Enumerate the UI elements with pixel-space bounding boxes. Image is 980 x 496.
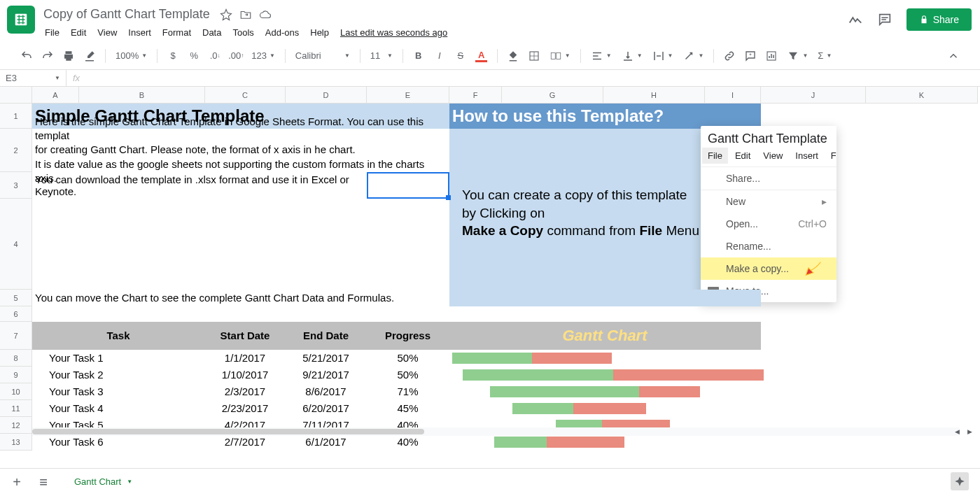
text-wrap-button[interactable]: ▼ [648,46,678,66]
borders-button[interactable] [524,46,544,66]
task-end-1[interactable]: 9/21/2017 [286,367,367,383]
menu-help[interactable]: Help [306,24,333,41]
bold-button[interactable]: B [409,46,428,66]
row-header-6[interactable]: 6 [0,306,32,322]
blue-row5[interactable] [449,290,761,306]
selected-cell-e3[interactable] [367,172,449,199]
task-start-5[interactable]: 2/7/2017 [205,434,286,451]
col-header-A[interactable]: A [32,87,79,104]
task-name-1[interactable]: Your Task 2 [32,367,205,383]
task-progress-3[interactable]: 45% [367,400,449,417]
move-folder-icon[interactable] [239,8,252,21]
activity-icon[interactable] [848,12,863,27]
decrease-decimal-button[interactable]: .0↓ [205,46,225,66]
task-name-3[interactable]: Your Task 4 [32,400,205,417]
task-name-5[interactable]: Your Task 6 [32,434,205,451]
row-header-4[interactable]: 4 [0,199,32,290]
menu-format[interactable]: Format [158,24,195,41]
zoom-dropdown[interactable]: 100%▼ [111,46,151,66]
col-header-C[interactable]: C [205,87,286,104]
text-color-button[interactable]: A [472,46,491,66]
row-header-13[interactable]: 13 [0,434,32,451]
vertical-align-button[interactable]: ▼ [617,46,647,66]
menu-data[interactable]: Data [198,24,225,41]
increase-decimal-button[interactable]: .00↑ [226,46,246,66]
row-header-12[interactable]: 12 [0,417,32,434]
insert-chart-button[interactable] [762,46,781,66]
horizontal-align-button[interactable]: ▼ [587,46,616,66]
task-end-2[interactable]: 8/6/2017 [286,383,367,400]
currency-button[interactable]: $ [163,46,183,66]
text-rotation-button[interactable]: ▼ [678,46,708,66]
fill-color-button[interactable] [503,46,523,66]
percent-button[interactable]: % [184,46,204,66]
sheets-logo[interactable] [7,6,35,34]
menu-view[interactable]: View [93,24,121,41]
menu-edit[interactable]: Edit [66,24,90,41]
hdr-task[interactable]: Task [32,322,205,350]
functions-button[interactable]: Σ▼ [813,46,836,66]
print-button[interactable] [59,46,78,66]
hdr-progress[interactable]: Progress [367,322,449,350]
column-headers[interactable]: ABCDEFGHIJK [32,87,978,104]
download-note[interactable]: You can download the template in .xlsx f… [32,172,367,199]
formula-input[interactable] [86,70,980,86]
document-title[interactable]: Copy of Gantt Chart Template [41,6,213,23]
task-start-0[interactable]: 1/1/2017 [205,350,286,367]
explore-button[interactable] [951,472,969,490]
scroll-left-icon[interactable]: ◀ [951,427,963,436]
menu-addons[interactable]: Add-ons [261,24,303,41]
desc-block[interactable]: Here is the simple Gantt Chart Template … [32,129,449,172]
task-progress-2[interactable]: 71% [367,383,449,400]
scrollbar-thumb[interactable] [32,429,424,434]
undo-button[interactable] [17,46,36,66]
task-end-3[interactable]: 6/20/2017 [286,400,367,417]
share-button[interactable]: Share [906,8,972,31]
task-end-5[interactable]: 6/1/2017 [286,434,367,451]
all-sheets-button[interactable]: ≡ [35,474,52,491]
add-sheet-button[interactable]: + [8,474,25,491]
row-header-11[interactable]: 11 [0,400,32,417]
select-all-corner[interactable] [0,87,32,104]
spreadsheet-grid[interactable]: ABCDEFGHIJK 12345678910111213 Simple Gan… [0,87,980,465]
collapse-toolbar-button[interactable] [944,46,963,66]
hdr-end[interactable]: End Date [286,322,367,350]
insert-comment-button[interactable] [741,46,760,66]
row-headers[interactable]: 12345678910111213 [0,104,32,451]
strikethrough-button[interactable]: S [451,46,470,66]
row-header-2[interactable]: 2 [0,129,32,172]
hdr-gantt[interactable]: Gantt Chart [449,322,761,350]
star-icon[interactable] [220,8,232,21]
menu-insert[interactable]: Insert [124,24,155,41]
scroll-right-icon[interactable]: ▶ [963,427,976,436]
col-header-B[interactable]: B [79,87,205,104]
row-header-9[interactable]: 9 [0,367,32,383]
task-progress-1[interactable]: 50% [367,367,449,383]
row-header-10[interactable]: 10 [0,383,32,400]
move-chart-note[interactable]: You can move the Chart to see the comple… [32,290,449,306]
last-edit-link[interactable]: Last edit was seconds ago [336,24,451,41]
menu-file[interactable]: File [41,24,64,41]
number-format-dropdown[interactable]: 123▼ [247,46,279,66]
insert-link-button[interactable] [720,46,739,66]
name-box[interactable]: E3▼ [0,70,66,86]
menu-tools[interactable]: Tools [228,24,258,41]
comments-icon[interactable] [877,12,892,27]
col-header-F[interactable]: F [449,87,502,104]
font-size-dropdown[interactable]: 11▼ [366,46,397,66]
task-progress-5[interactable]: 40% [367,434,449,451]
paint-format-button[interactable] [80,46,99,66]
col-header-E[interactable]: E [367,87,449,104]
row-header-8[interactable]: 8 [0,350,32,367]
hdr-start[interactable]: Start Date [205,322,286,350]
font-dropdown[interactable]: Calibri▼ [291,46,354,66]
col-header-G[interactable]: G [502,87,603,104]
horizontal-scrollbar[interactable]: ▶ ◀ [32,427,959,436]
row-header-5[interactable]: 5 [0,290,32,306]
task-progress-0[interactable]: 50% [367,350,449,367]
task-start-1[interactable]: 1/10/2017 [205,367,286,383]
row-header-1[interactable]: 1 [0,104,32,129]
task-end-0[interactable]: 5/21/2017 [286,350,367,367]
col-header-I[interactable]: I [705,87,761,104]
redo-button[interactable] [38,46,57,66]
